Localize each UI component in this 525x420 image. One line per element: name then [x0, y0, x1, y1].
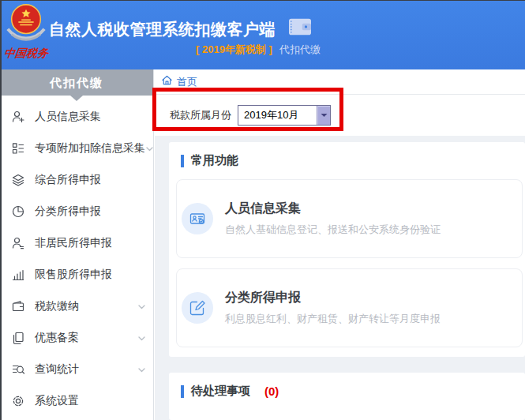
grid-list-icon	[11, 141, 25, 156]
sidebar-item-tax-payment[interactable]: 税款缴纳	[0, 291, 153, 322]
pie-chart-icon	[11, 204, 25, 219]
sidebar-item-comprehensive-income[interactable]: 综合所得申报	[0, 164, 153, 196]
documents-icon	[11, 331, 25, 345]
breadcrumb-home-label: 首页	[177, 75, 197, 89]
tax-month-selected-value: 2019年10月	[238, 108, 317, 122]
search-list-icon	[11, 362, 25, 377]
card-description: 自然人基础信息登记、报送和公安系统身份验证	[225, 223, 441, 237]
tax-month-label: 税款所属月份	[170, 108, 231, 122]
sidebar-item-label: 查询统计	[35, 362, 79, 377]
sidebar-item-special-deduction[interactable]: 专项附加扣除信息采集	[0, 133, 153, 164]
window-border-top	[0, 0, 525, 1]
tax-month-filter-row: 税款所属月份 2019年10月	[155, 95, 525, 136]
breadcrumb: 首页	[155, 69, 525, 95]
sidebar-item-label: 人员信息采集	[35, 110, 101, 124]
section-accent-bar	[181, 385, 184, 398]
edit-square-icon	[182, 292, 213, 324]
breadcrumb-home-link[interactable]: 首页	[161, 74, 197, 89]
wallet-icon	[11, 299, 25, 313]
card-title: 人员信息采集	[225, 201, 441, 217]
common-functions-panel: 常用功能 人员信息采集 自然人基础信息登记、报送和公安系统身份验证 分类所得申报…	[169, 142, 525, 357]
chevron-down-icon	[137, 302, 146, 311]
pending-items-panel: 待处理事项 (0)	[169, 373, 525, 420]
sidebar: 代扣代缴 人员信息采集 专项附加扣除信息采集	[0, 69, 154, 420]
sidebar-item-system-settings[interactable]: 系统设置	[0, 385, 153, 417]
sidebar-item-label: 非居民所得申报	[35, 236, 112, 250]
sidebar-item-label: 分类所得申报	[35, 204, 101, 219]
card-classified-income-declaration[interactable]: 分类所得申报 利息股息红利、财产租赁、财产转让等月度申报	[176, 268, 523, 347]
card-text: 分类所得申报 利息股息红利、财产租赁、财产转让等月度申报	[225, 290, 441, 326]
sidebar-item-personnel-collection[interactable]: 人员信息采集	[0, 101, 153, 133]
tax-regime-badge: [ 2019年新税制 ]	[196, 43, 272, 57]
layers-icon	[11, 173, 25, 187]
module-tab-withholding[interactable]: 代扣代缴	[275, 15, 325, 57]
sidebar-item-preference-filing[interactable]: 优惠备案	[0, 322, 153, 354]
sidebar-caret-icon	[70, 96, 83, 101]
card-personnel-info-collection[interactable]: 人员信息采集 自然人基础信息登记、报送和公安系统身份验证	[176, 179, 523, 258]
section-accent-bar	[181, 155, 184, 167]
card-title: 分类所得申报	[225, 290, 441, 306]
chevron-down-icon	[137, 334, 146, 343]
app-window: 中国税务 自然人税收管理系统扣缴客户端 [ 2019年新税制 ] 代扣代缴 代扣…	[0, 0, 525, 420]
common-functions-header: 常用功能	[169, 142, 525, 168]
sidebar-title: 代扣代缴	[0, 69, 153, 96]
common-functions-title: 常用功能	[191, 153, 238, 168]
pending-items-header: 待处理事项 (0)	[169, 373, 525, 399]
chevron-down-icon	[145, 144, 154, 153]
sidebar-item-query-statistics[interactable]: 查询统计	[0, 354, 153, 385]
card-text: 人员信息采集 自然人基础信息登记、报送和公安系统身份验证	[225, 201, 441, 237]
bar-chart-icon	[11, 268, 25, 282]
id-card-check-icon	[182, 203, 213, 234]
person-icon	[11, 236, 25, 250]
person-add-icon	[11, 110, 25, 124]
logo-caption: 中国税务	[2, 47, 51, 61]
app-title: 自然人税收管理系统扣缴客户端	[49, 19, 276, 40]
chevron-down-icon	[137, 366, 146, 374]
sidebar-item-nonresident-income[interactable]: 非居民所得申报	[0, 227, 153, 259]
sidebar-item-label: 优惠备案	[35, 331, 79, 345]
sidebar-item-label: 专项附加扣除信息采集	[35, 141, 145, 156]
home-icon	[161, 74, 173, 89]
app-header: 中国税务 自然人税收管理系统扣缴客户端 [ 2019年新税制 ] 代扣代缴	[0, 0, 525, 69]
pending-items-count: (0)	[264, 384, 279, 398]
sidebar-item-restricted-shares[interactable]: 限售股所得申报	[0, 259, 153, 291]
tax-month-select[interactable]: 2019年10月	[238, 105, 331, 126]
sidebar-item-classified-income[interactable]: 分类所得申报	[0, 196, 153, 227]
wallet-icon	[287, 26, 313, 39]
china-tax-logo: 中国税务	[3, 2, 49, 68]
card-description: 利息股息红利、财产租赁、财产转让等月度申报	[225, 312, 441, 326]
pending-items-title: 待处理事项	[191, 384, 250, 399]
module-tab-label: 代扣代缴	[275, 43, 325, 57]
sidebar-item-label: 税款缴纳	[35, 299, 79, 313]
window-border-left	[0, 0, 2, 420]
combo-dropdown-button[interactable]	[317, 106, 330, 125]
gear-icon	[11, 394, 25, 408]
sidebar-item-label: 限售股所得申报	[35, 268, 112, 282]
main-content: 首页 税款所属月份 2019年10月 常用功能 人员信	[155, 69, 525, 420]
sidebar-menu: 人员信息采集 专项附加扣除信息采集 综合所得申报	[0, 101, 153, 417]
sidebar-item-label: 综合所得申报	[35, 173, 101, 187]
sidebar-item-label: 系统设置	[35, 394, 79, 408]
